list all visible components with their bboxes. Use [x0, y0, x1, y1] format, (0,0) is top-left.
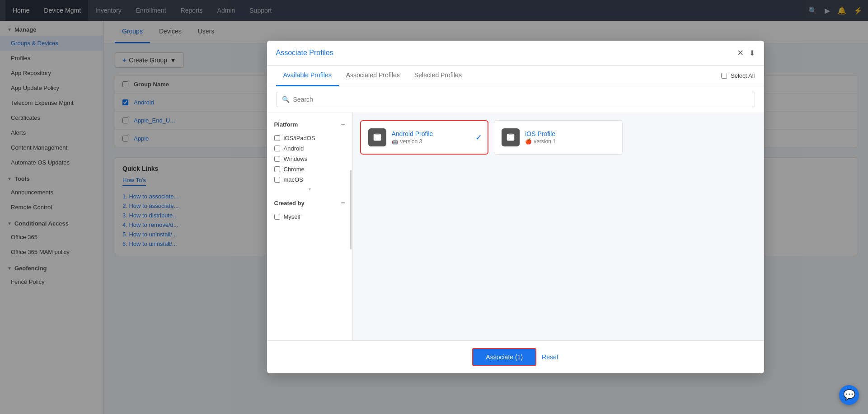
svg-rect-1	[375, 133, 379, 135]
android-icon: 🤖	[392, 138, 399, 145]
ios-profile-version: 🍎 version 1	[525, 138, 615, 145]
select-all-label: Select All	[731, 72, 755, 79]
reset-button[interactable]: Reset	[542, 353, 558, 361]
profiles-area: Android Profile 🤖 version 3 ✓ iOS Prof	[353, 113, 764, 340]
filter-myself-checkbox[interactable]	[274, 214, 280, 220]
modal-header-icons: ✕ ⬇	[737, 48, 755, 58]
platform-filter-header: Platform −	[274, 120, 345, 128]
svg-rect-0	[373, 134, 381, 141]
filter-windows-label: Windows	[284, 155, 308, 162]
ios-profile-info: iOS Profile 🍎 version 1	[525, 130, 615, 145]
filter-option-windows[interactable]: Windows	[274, 154, 345, 164]
svg-rect-3	[509, 133, 513, 135]
android-profile-info: Android Profile 🤖 version 3	[392, 130, 481, 145]
modal-tab-associated[interactable]: Associated Profiles	[339, 66, 407, 86]
profile-card-ios[interactable]: iOS Profile 🍎 version 1	[494, 120, 623, 155]
chat-bubble[interactable]: 💬	[839, 385, 859, 405]
search-input-wrap: 🔍	[276, 92, 755, 107]
filter-myself-label: Myself	[284, 213, 301, 220]
platform-collapse-icon[interactable]: −	[341, 120, 345, 128]
platform-label: Platform	[274, 121, 298, 128]
filter-ios-checkbox[interactable]	[274, 135, 280, 141]
filter-macos-checkbox[interactable]	[274, 177, 280, 183]
modal-download-button[interactable]: ⬇	[749, 49, 755, 57]
modal-header: Associate Profiles ✕ ⬇	[267, 41, 764, 66]
created-by-collapse-icon[interactable]: −	[341, 199, 345, 207]
ios-profile-name: iOS Profile	[525, 130, 615, 137]
scroll-indicator: ▾	[274, 187, 345, 192]
ios-profile-icon	[502, 128, 520, 146]
chat-icon: 💬	[843, 389, 855, 401]
filter-android-checkbox[interactable]	[274, 146, 280, 151]
filter-android-label: Android	[284, 145, 304, 152]
filter-option-chrome[interactable]: Chrome	[274, 164, 345, 174]
profile-selected-check: ✓	[475, 132, 482, 142]
android-profile-icon	[368, 128, 386, 146]
created-by-filter-header: Created by −	[274, 199, 345, 207]
apple-icon: 🍎	[525, 138, 532, 145]
filters-panel: Platform − iOS/iPadOS Android Windows Ch…	[267, 113, 353, 340]
modal-tab-available[interactable]: Available Profiles	[276, 66, 339, 86]
modal-tab-selected[interactable]: Selected Profiles	[407, 66, 469, 86]
scrollbar-thumb	[350, 170, 352, 249]
filter-ios-label: iOS/iPadOS	[284, 135, 315, 141]
filter-chrome-checkbox[interactable]	[274, 166, 280, 172]
modal-title: Associate Profiles	[276, 49, 333, 57]
search-icon: 🔍	[282, 96, 290, 103]
android-profile-name: Android Profile	[392, 130, 481, 137]
filter-option-android[interactable]: Android	[274, 143, 345, 154]
filter-macos-label: macOS	[284, 176, 303, 183]
profile-card-android[interactable]: Android Profile 🤖 version 3 ✓	[360, 120, 489, 155]
associate-profiles-modal: Associate Profiles ✕ ⬇ Available Profile…	[267, 41, 764, 373]
associate-button[interactable]: Associate (1)	[472, 348, 536, 366]
select-all-area: Select All	[721, 72, 755, 79]
android-profile-version: 🤖 version 3	[392, 138, 481, 145]
modal-footer: Associate (1) Reset	[267, 340, 764, 373]
modal-tabs: Available Profiles Associated Profiles S…	[267, 66, 764, 86]
filter-option-macos[interactable]: macOS	[274, 174, 345, 185]
created-by-section: Created by − Myself	[274, 199, 345, 222]
svg-rect-2	[507, 134, 515, 141]
modal-close-button[interactable]: ✕	[737, 48, 744, 58]
filter-windows-checkbox[interactable]	[274, 156, 280, 162]
select-all-profiles-checkbox[interactable]	[721, 73, 727, 79]
search-input[interactable]	[293, 96, 749, 103]
modal-body: Platform − iOS/iPadOS Android Windows Ch…	[267, 113, 764, 340]
filter-chrome-label: Chrome	[284, 166, 305, 173]
modal-search: 🔍	[267, 86, 764, 113]
modal-tab-group: Available Profiles Associated Profiles S…	[276, 66, 469, 86]
filter-option-myself[interactable]: Myself	[274, 212, 345, 222]
created-by-label: Created by	[274, 200, 305, 207]
filter-option-ios[interactable]: iOS/iPadOS	[274, 133, 345, 143]
profiles-grid: Android Profile 🤖 version 3 ✓ iOS Prof	[360, 120, 757, 155]
